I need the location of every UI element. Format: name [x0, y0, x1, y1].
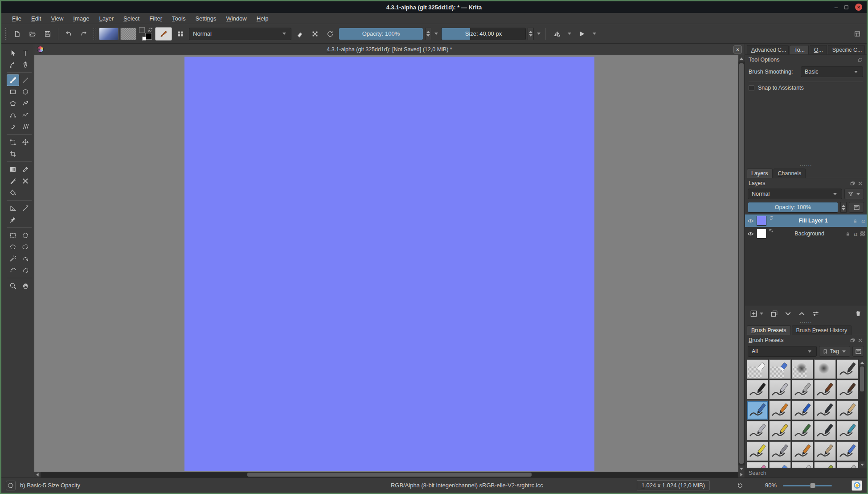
tab-advanced-c[interactable]: Advanced C... — [747, 45, 789, 54]
layer-name[interactable]: Background — [776, 231, 843, 237]
save-button[interactable] — [41, 27, 54, 41]
brush-preset-thumbnail[interactable] — [814, 380, 835, 399]
scroll-down-arrow[interactable] — [738, 465, 745, 472]
layer-name[interactable]: Fill Layer 1 — [776, 218, 850, 224]
tab-to[interactable]: To... — [790, 45, 808, 54]
redo-button[interactable] — [77, 27, 90, 41]
tool-colorize-brush[interactable] — [7, 175, 19, 187]
tool-polygon[interactable] — [7, 98, 19, 109]
brush-preset-thumbnail[interactable] — [814, 400, 835, 420]
brush-preset-thumbnail[interactable] — [747, 462, 768, 468]
preset-search-input[interactable] — [749, 470, 863, 476]
tool-move[interactable] — [19, 136, 32, 148]
tab-channels[interactable]: Channels — [774, 169, 806, 178]
tool-transform[interactable] — [7, 136, 19, 148]
dock-splitter[interactable] — [745, 164, 867, 167]
close-docker-icon[interactable] — [857, 181, 863, 186]
delete-layer-button[interactable] — [854, 309, 862, 317]
layer-row[interactable]: Backgroundα — [745, 227, 867, 240]
tool-freehand-path[interactable] — [19, 109, 32, 121]
edit-brush-settings-button[interactable] — [155, 27, 172, 41]
brush-preset-thumbnail[interactable] — [837, 359, 858, 379]
layer-opacity-slider[interactable]: Opacity: 100% — [748, 202, 838, 213]
blending-mode-dropdown[interactable]: Normal — [189, 28, 291, 40]
scroll-up-arrow[interactable] — [859, 359, 865, 366]
open-document-button[interactable] — [26, 27, 39, 41]
inherit-alpha-icon[interactable] — [860, 231, 865, 236]
layer-thumbnail[interactable] — [757, 229, 766, 239]
visibility-eye-icon[interactable] — [747, 217, 754, 225]
tool-smart-patch[interactable] — [19, 175, 32, 187]
menu-layer[interactable]: Layer — [94, 14, 118, 23]
duplicate-layer-button[interactable] — [770, 309, 778, 318]
brush-preset-thumbnail[interactable] — [792, 421, 813, 440]
tab-o[interactable]: O... — [810, 45, 827, 54]
menu-image[interactable]: Image — [69, 14, 94, 23]
brush-preset-thumbnail[interactable] — [747, 380, 768, 399]
tool-ellipse-select[interactable] — [19, 230, 32, 241]
close-button[interactable]: × — [855, 4, 862, 11]
brush-preset-thumbnail[interactable] — [769, 359, 790, 379]
tool-fill[interactable] — [7, 187, 19, 198]
layer-properties-button[interactable] — [811, 309, 820, 318]
toolbar-grip[interactable] — [93, 28, 96, 40]
brush-preset-thumbnail[interactable] — [747, 400, 768, 420]
tool-assistants[interactable] — [7, 202, 19, 214]
tag-button[interactable]: Tag — [819, 346, 850, 357]
scroll-right-arrow[interactable] — [738, 472, 745, 478]
float-docker-icon[interactable] — [850, 181, 856, 186]
tool-gradient[interactable] — [7, 164, 19, 175]
brush-preset-thumbnail[interactable] — [792, 359, 813, 379]
menu-edit[interactable]: Edit — [27, 14, 45, 23]
horizontal-scrollbar-thumb[interactable] — [247, 473, 532, 477]
brush-preset-thumbnail[interactable] — [814, 462, 835, 468]
menu-help[interactable]: Help — [252, 14, 273, 23]
brush-preset-thumbnail[interactable] — [792, 400, 813, 420]
tab-specific-c[interactable]: Specific C... — [828, 45, 865, 54]
menu-settings[interactable]: Settings — [191, 14, 221, 23]
brush-smoothing-dropdown[interactable]: Basic — [801, 66, 863, 77]
scroll-up-arrow[interactable] — [738, 55, 745, 62]
preserve-alpha-button[interactable] — [308, 27, 322, 41]
brush-preset-thumbnail[interactable] — [747, 421, 768, 440]
tab-brush-presets[interactable]: Brush Presets — [747, 325, 791, 335]
eraser-mode-button[interactable] — [293, 27, 307, 41]
tool-line[interactable] — [19, 74, 32, 86]
chevron-down-icon[interactable] — [568, 33, 571, 35]
display-mode-button[interactable] — [852, 346, 864, 357]
reset-rotation-icon[interactable] — [737, 482, 744, 489]
tool-crop[interactable] — [7, 148, 19, 160]
tab-brush-preset-history[interactable]: Brush Preset History — [792, 325, 852, 335]
mirror-horizontal-button[interactable] — [549, 27, 565, 41]
tool-similar-select[interactable] — [7, 253, 19, 264]
tool-outline-select[interactable] — [19, 264, 32, 276]
tool-freehand-brush[interactable] — [7, 74, 19, 86]
tool-bezier-select[interactable] — [19, 253, 32, 264]
layer-thumbnail[interactable] — [757, 216, 766, 226]
tool-pan[interactable] — [19, 280, 32, 292]
move-layer-up-button[interactable] — [798, 309, 806, 318]
tool-text[interactable] — [19, 47, 32, 59]
menu-filter[interactable]: Filter — [145, 14, 167, 23]
brush-preset-thumbnail[interactable] — [837, 441, 858, 461]
brush-preset-thumbnail[interactable] — [747, 441, 768, 461]
tool-multibrush[interactable] — [19, 121, 32, 132]
brush-preset-thumbnail[interactable] — [814, 441, 835, 461]
brush-preset-thumbnail[interactable] — [747, 359, 768, 379]
size-spinner[interactable] — [528, 28, 534, 40]
layer-row[interactable]: Fill Layer 1α — [745, 214, 867, 227]
scroll-down-arrow[interactable] — [859, 461, 865, 468]
layer-filter-button[interactable] — [844, 189, 864, 199]
horizontal-scrollbar[interactable] — [34, 472, 745, 478]
brush-preset-thumbnail[interactable] — [837, 421, 858, 440]
new-document-button[interactable] — [11, 27, 24, 41]
menu-select[interactable]: Select — [119, 14, 144, 23]
canvas[interactable] — [184, 57, 594, 471]
tool-color-picker[interactable] — [19, 164, 32, 175]
undo-button[interactable] — [62, 27, 75, 41]
scroll-left-arrow[interactable] — [34, 472, 41, 478]
brush-preset-thumbnail[interactable] — [769, 421, 790, 440]
snap-to-assistants-checkbox[interactable] — [749, 85, 754, 91]
alpha-icon[interactable]: α — [861, 218, 865, 224]
lock-icon[interactable] — [845, 231, 851, 237]
